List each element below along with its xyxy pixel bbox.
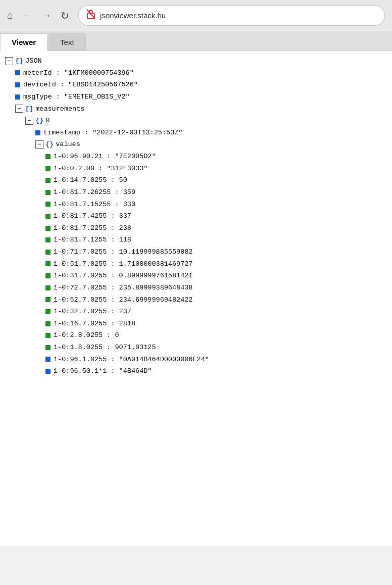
field-key: 1-0:71.7.0255 : 10.119999885559082 (54, 246, 192, 258)
green-field-icon (45, 154, 51, 159)
field-key: 1-0:32.7.0255 : 237 (54, 306, 131, 318)
root-toggle[interactable]: − (5, 57, 13, 65)
field-key: 1-0:52.7.0255 : 234.69999969482422 (54, 294, 192, 306)
green-field-icon (45, 273, 51, 278)
home-button[interactable]: ⌂ (7, 10, 13, 21)
blue-field-icon (15, 82, 20, 87)
green-field-icon (45, 309, 51, 314)
green-field-icon (45, 237, 51, 242)
tree-row: 1-0:81.7.2255 : 238 (3, 222, 389, 234)
tree-row: 1-0:0.2.00 : "312E3033" (3, 163, 389, 175)
green-field-icon (45, 285, 51, 290)
tree-row: meterId : "1KFM00000754396" (3, 67, 389, 79)
tree-row: 1-0:51.7.0255 : 1.7100000381469727 (3, 258, 389, 270)
green-field-icon (45, 297, 51, 302)
green-field-icon (45, 345, 51, 350)
green-field-icon (45, 250, 51, 255)
blue-field-icon (45, 369, 51, 374)
tree-row: 1-0:16.7.0255 : 2818 (3, 318, 389, 330)
tree-row: 1-0:81.7.1255 : 118 (3, 234, 389, 246)
obj-toggle[interactable]: − (25, 117, 33, 125)
field-key: 1-0:2.8.0255 : 0 (54, 329, 119, 342)
blue-field-icon (35, 130, 40, 135)
tree-row: 1-0:96.90.21 : "7E2005D2" (3, 151, 389, 163)
tab-text[interactable]: Text (48, 33, 86, 51)
address-bar[interactable]: jsonviewer.stack.hu (78, 5, 385, 26)
field-key: timestamp : "2022-12-03T13:25:53Z" (43, 127, 182, 139)
field-key: 1-0:14.7.0255 : 50 (54, 174, 127, 186)
reload-button[interactable]: ↻ (61, 10, 69, 22)
back-button[interactable]: ← (22, 10, 32, 21)
obj-bracket: {} (45, 138, 54, 151)
field-key: 1-0:81.7.1255 : 118 (54, 234, 131, 246)
field-key: 1-0:81.7.15255 : 330 (54, 199, 135, 211)
green-field-icon (45, 226, 51, 231)
browser-chrome: ⌂ ← → ↻ jsonviewer.stack.hu (0, 0, 392, 31)
field-key: 1-0:1.8.0255 : 9071.03125 (54, 342, 156, 354)
forward-button[interactable]: → (41, 10, 52, 21)
tree-row: deviceId : "EBSD14250567526" (3, 79, 389, 91)
green-field-icon (45, 202, 51, 207)
tab-bar: Viewer Text (0, 31, 392, 51)
tab-viewer[interactable]: Viewer (0, 33, 47, 51)
field-key: 1-0:81.7.2255 : 238 (54, 222, 131, 234)
obj-key: 0 (45, 115, 50, 127)
tree-row: 1-0:96.50.1*1 : "4B464D" (3, 365, 389, 377)
field-key: 1-0:51.7.0255 : 1.7100000381469727 (54, 258, 192, 270)
green-field-icon (45, 166, 51, 171)
tree-row: 1-0:32.7.0255 : 237 (3, 306, 389, 318)
blue-field-icon (15, 70, 20, 75)
tree-row: 1-0:72.7.0255 : 235.89999389648438 (3, 282, 389, 294)
tree-row: 1-0:81.7.26255 : 359 (3, 186, 389, 199)
green-field-icon (45, 321, 51, 326)
tree-row: timestamp : "2022-12-03T13:25:53Z" (3, 127, 389, 139)
field-key: 1-0:0.2.00 : "312E3033" (54, 163, 148, 175)
tree-row: −[]measurements (3, 103, 389, 115)
field-key: 1-0:81.7.4255 : 337 (54, 210, 131, 222)
blue-field-icon (45, 357, 51, 362)
field-key: 1-0:31.7.0255 : 0.8999999761581421 (54, 270, 192, 282)
green-field-icon (45, 333, 51, 338)
tree-row: −{}values (3, 138, 389, 151)
field-key: meterId : "1KFM00000754396" (23, 67, 134, 79)
tree-row: 1-0:96.1.0255 : "0A014B464D0000006E24" (3, 354, 389, 366)
tree-row: −{}0 (3, 115, 389, 127)
field-key: msgType : "EMETER_OBIS_V2" (23, 91, 130, 103)
field-key: 1-0:96.90.21 : "7E2005D2" (54, 151, 156, 163)
green-field-icon (45, 190, 51, 195)
obj-toggle[interactable]: − (35, 140, 43, 149)
array-toggle[interactable]: − (15, 105, 23, 113)
field-key: deviceId : "EBSD14250567526" (23, 79, 138, 91)
obj-key: values (56, 138, 80, 151)
obj-bracket: {} (35, 115, 43, 127)
security-icon (86, 9, 96, 22)
field-key: 1-0:16.7.0255 : 2818 (54, 318, 135, 330)
tree-body: meterId : "1KFM00000754396"deviceId : "E… (3, 67, 389, 377)
tree-row: 1-0:81.7.15255 : 330 (3, 199, 389, 211)
root-label: JSON (25, 55, 41, 67)
tree-row: 1-0:71.7.0255 : 10.119999885559082 (3, 246, 389, 258)
array-key: measurements (35, 103, 84, 115)
tree-row: 1-0:2.8.0255 : 0 (3, 329, 389, 342)
field-key: 1-0:72.7.0255 : 235.89999389648438 (54, 282, 192, 294)
tree-row: 1-0:31.7.0255 : 0.8999999761581421 (3, 270, 389, 282)
field-key: 1-0:96.1.0255 : "0A014B464D0000006E24" (54, 354, 209, 366)
tree-row: 1-0:14.7.0255 : 50 (3, 174, 389, 186)
green-field-icon (45, 261, 51, 266)
svg-line-1 (87, 10, 95, 19)
green-field-icon (45, 178, 51, 183)
url-text: jsonviewer.stack.hu (100, 11, 166, 20)
tree-row: 1-0:1.8.0255 : 9071.03125 (3, 342, 389, 354)
root-bracket: {} (15, 55, 23, 67)
tree-row: msgType : "EMETER_OBIS_V2" (3, 91, 389, 103)
tree-row: 1-0:81.7.4255 : 337 (3, 210, 389, 222)
array-bracket: [] (25, 103, 33, 115)
json-root: − {} JSON (3, 55, 389, 67)
field-key: 1-0:81.7.26255 : 359 (54, 186, 135, 199)
field-key: 1-0:96.50.1*1 : "4B464D" (54, 365, 152, 377)
tree-row: 1-0:52.7.0255 : 234.69999969482422 (3, 294, 389, 306)
blue-field-icon (15, 94, 20, 100)
green-field-icon (45, 214, 51, 219)
json-viewer: − {} JSON meterId : "1KFM00000754396"dev… (0, 51, 392, 546)
